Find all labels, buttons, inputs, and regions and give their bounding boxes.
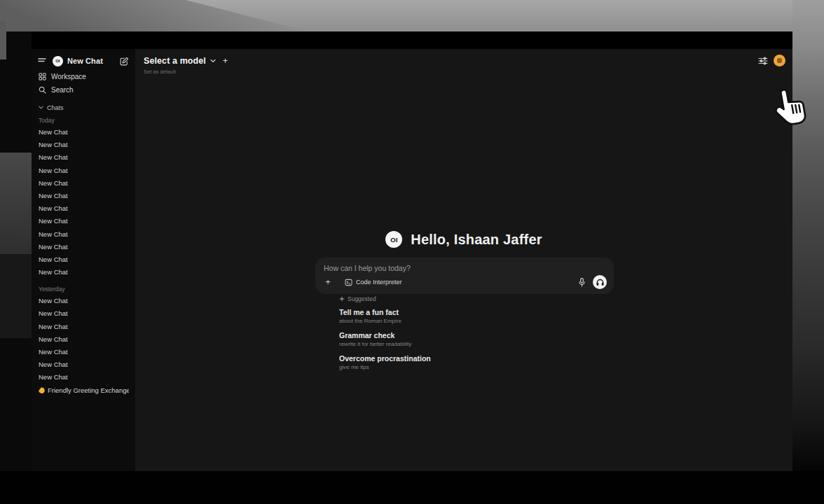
chevron-down-icon [39, 106, 43, 109]
suggestion-item[interactable]: Tell me a fun fact about the Roman Empir… [339, 308, 633, 325]
code-interpreter-icon [345, 279, 352, 286]
set-as-default-button[interactable]: Set as default [144, 69, 228, 75]
message-input-placeholder[interactable]: How can I help you today? [324, 264, 605, 272]
chat-list-item[interactable]: New Chat [38, 177, 129, 190]
greeting-text: Hello, Ishaan Jaffer [411, 232, 542, 248]
chat-list-item[interactable]: New Chat [38, 266, 129, 279]
sidebar-header: OI New Chat [38, 55, 129, 67]
wallpaper-left-block [0, 153, 32, 254]
code-interpreter-toggle[interactable]: Code Interpreter [345, 279, 402, 286]
chat-list-item[interactable]: New Chat [38, 371, 129, 384]
search-label: Search [51, 86, 74, 94]
app-window: OI New Chat Workspace [32, 31, 792, 471]
chat-list-item[interactable]: New Chat [38, 190, 129, 202]
voice-call-button[interactable] [593, 275, 607, 289]
model-topbar: Select a model + Set as default [144, 56, 228, 75]
wallpaper-left-tab [0, 21, 6, 59]
suggested-label: Suggested [348, 295, 376, 302]
chat-group-label: Yesterday [39, 286, 129, 293]
chat-list-item[interactable]: New Chat [38, 215, 129, 227]
chat-list-item[interactable]: New Chat [38, 321, 129, 333]
chat-list-item[interactable]: New Chat [38, 346, 129, 358]
window-top-strip [32, 31, 792, 49]
chat-groups: TodayNew ChatNew ChatNew ChatNew ChatNew… [38, 117, 129, 397]
suggestion-subtitle: give me tips [339, 364, 633, 371]
chat-list-item[interactable]: New Chat [38, 126, 129, 139]
chat-list-item[interactable]: Friendly Greeting Exchange [38, 384, 129, 397]
wallpaper-right-band [792, 0, 824, 504]
chat-list-item[interactable]: New Chat [38, 253, 129, 266]
openwebui-hero-logo-icon: OI [385, 231, 402, 248]
chat-list-item[interactable]: New Chat [38, 358, 129, 371]
model-chevron-icon[interactable] [210, 59, 216, 63]
chat-list-item[interactable]: New Chat [38, 295, 129, 307]
suggestion-title: Overcome procrastination [339, 354, 633, 363]
chat-group-label: Today [39, 117, 129, 124]
sidebar-item-workspace[interactable]: Workspace [39, 71, 129, 82]
avatar-image [777, 58, 782, 63]
new-chat-icon[interactable] [120, 57, 129, 66]
sidebar-title: New Chat [67, 57, 120, 65]
suggestion-title: Grammar check [339, 331, 633, 340]
wave-emoji-icon [39, 387, 45, 393]
headphones-icon [596, 278, 605, 286]
wallpaper-bottom-band [0, 471, 824, 504]
suggestion-title: Tell me a fun fact [339, 308, 633, 316]
chat-list-item[interactable]: New Chat [38, 228, 129, 241]
workspace-grid-icon [39, 73, 46, 80]
model-selector[interactable]: Select a model [144, 56, 206, 66]
chat-list-item[interactable]: New Chat [38, 333, 129, 346]
search-icon [39, 86, 46, 94]
workspace-label: Workspace [51, 73, 86, 80]
attach-plus-button[interactable]: + [322, 276, 334, 288]
wallpaper-left-block2 [0, 254, 32, 338]
sidebar: OI New Chat Workspace [32, 49, 135, 471]
suggestion-item[interactable]: Overcome procrastination give me tips [339, 354, 633, 371]
openwebui-logo-icon: OI [53, 56, 63, 66]
chat-list-item[interactable]: New Chat [38, 151, 129, 164]
suggestion-item[interactable]: Grammar check rewrite it for better read… [339, 331, 633, 348]
chat-list-item[interactable]: New Chat [38, 241, 129, 253]
user-avatar[interactable] [774, 55, 785, 66]
sidebar-item-search[interactable]: Search [39, 85, 129, 95]
hero-section: OI Hello, Ishaan Jaffer [135, 231, 792, 248]
suggestion-subtitle: rewrite it for better readability [339, 341, 633, 348]
desktop: OI New Chat Workspace [0, 0, 824, 504]
message-composer[interactable]: How can I help you today? + Code Interpr… [315, 258, 614, 294]
sidebar-toggle-icon[interactable] [38, 57, 46, 64]
chats-section-label: Chats [47, 104, 64, 111]
sparkle-icon [339, 296, 345, 302]
add-model-button[interactable]: + [223, 56, 228, 66]
microphone-icon[interactable] [577, 277, 586, 288]
chat-list-item[interactable]: New Chat [38, 307, 129, 320]
code-interpreter-label: Code Interpreter [356, 279, 402, 286]
suggested-prompts: Suggested Tell me a fun fact about the R… [339, 295, 633, 377]
chat-list-item[interactable]: New Chat [38, 164, 129, 177]
suggestion-subtitle: about the Roman Empire [339, 318, 633, 325]
controls-sliders-icon[interactable] [758, 57, 768, 65]
main-area: Select a model + Set as default [135, 49, 792, 471]
chats-section-toggle[interactable]: Chats [39, 104, 129, 111]
chat-list-item[interactable]: New Chat [38, 139, 129, 151]
chat-list-item[interactable]: New Chat [38, 202, 129, 215]
